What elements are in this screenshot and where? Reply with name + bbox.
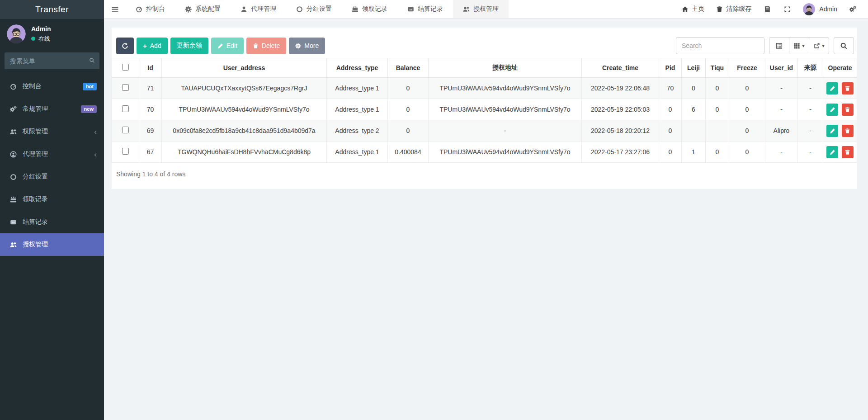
trash-icon [844,85,850,91]
sidebar-item-dividend[interactable]: 分红设置 [0,165,104,188]
update-balance-label: 更新余额 [177,42,202,50]
row-edit-button[interactable] [826,104,838,116]
pencil-icon [830,85,835,91]
tachometer-icon [136,6,142,13]
tab-label: 领取记录 [362,5,387,13]
user-menu[interactable]: Admin [797,3,843,15]
col-operate: Operate [823,58,857,78]
tab-dividend[interactable]: 分红设置 [286,0,342,18]
sidebar-item-label: 授权管理 [23,241,48,249]
fullscreen-button[interactable] [778,6,797,13]
row-delete-button[interactable] [842,82,854,94]
cell-user-id: Alipro [765,120,798,142]
delete-button[interactable]: Delete [246,38,286,54]
cell-pid: 70 [659,78,682,99]
cell-tiqu: 0 [706,78,729,99]
row-checkbox[interactable] [122,127,129,133]
tab-settlement[interactable]: 结算记录 [397,0,453,18]
chevron-left-icon: ‹ [94,151,97,158]
trash-icon [844,149,850,155]
cell-address-type: Address_type 2 [327,120,388,142]
tab-label: 控制台 [146,5,165,13]
clear-cache-link[interactable]: 清除缓存 [710,5,757,13]
sidebar-item-general[interactable]: 常规管理 new [0,98,104,120]
pagination-status: Showing 1 to 4 of 4 rows [116,170,853,178]
row-edit-button[interactable] [826,82,838,94]
gear-icon [849,6,856,13]
user-status-label: 在线 [38,35,50,43]
row-checkbox[interactable] [122,148,129,155]
row-checkbox[interactable] [122,105,129,112]
col-tiqu: Tiqu [706,58,729,78]
row-delete-button[interactable] [842,125,854,137]
more-button[interactable]: More [289,38,325,54]
home-link[interactable]: 主页 [676,5,710,13]
add-button[interactable]: +Add [137,38,168,54]
row-edit-button[interactable] [826,125,838,137]
menu-search-input[interactable] [5,52,99,69]
columns-button[interactable]: ▾ [789,37,809,54]
col-user-address: User_address [162,58,327,78]
col-id: Id [139,58,162,78]
tab-system-config[interactable]: 系统配置 [175,0,231,18]
sidebar-item-dashboard[interactable]: 控制台 hot [0,75,104,98]
update-balance-button[interactable]: 更新余额 [170,38,208,54]
col-source: 来源 [798,58,823,78]
menu-toggle-button[interactable] [104,0,126,18]
more-label: More [304,42,319,49]
language-button[interactable] [757,5,778,13]
online-dot-icon [31,37,35,41]
tab-claims[interactable]: 领取记录 [342,0,397,18]
sidebar-item-agents[interactable]: 代理管理 ‹ [0,143,104,165]
cell-pid: 0 [659,120,682,142]
advanced-search-button[interactable] [834,37,854,54]
sidebar-item-authorization[interactable]: 授权管理 [0,233,104,256]
row-delete-button[interactable] [842,104,854,116]
cogs-icon [9,106,18,113]
cell-freeze: 0 [729,99,765,120]
tab-agents[interactable]: 代理管理 [231,0,286,18]
refresh-button[interactable] [116,38,134,54]
tab-label: 授权管理 [473,5,499,13]
row-edit-button[interactable] [826,146,838,158]
sidebar-user-panel: Admin 在线 [0,19,104,48]
cell-user-id: - [765,78,798,99]
search-icon [89,57,95,65]
tab-dashboard[interactable]: 控制台 [126,0,175,18]
top-navbar: 控制台 系统配置 代理管理 分红设置 领取记录 结算记录 [104,0,868,19]
cell-tiqu [706,120,729,142]
table-search-input[interactable] [676,37,764,54]
trash-icon [844,107,850,113]
delete-label: Delete [262,42,280,49]
cell-leiji: 1 [682,142,706,163]
sidebar-item-label: 权限管理 [23,127,48,136]
export-button[interactable]: ▾ [809,37,829,54]
table-header-row: Id User_address Address_type Balance 授权地… [112,58,857,78]
cell-source: - [798,99,823,120]
row-delete-button[interactable] [842,146,854,158]
cell-address-type: Address_type 1 [327,78,388,99]
sidebar-item-settlement[interactable]: 结算记录 [0,211,104,233]
pencil-icon [217,43,223,49]
cell-user-id: - [765,142,798,163]
cell-operate [823,99,857,120]
tab-authorization[interactable]: 授权管理 [453,0,509,18]
cell-pid: 0 [659,99,682,120]
cell-user-address: TAUAPUCUQxTXaxxytQSs67Eegagcs7RgrJ [162,78,327,99]
toolbar-right: ▾ ▾ [676,37,854,54]
col-user-id: User_id [765,58,798,78]
select-all-checkbox[interactable] [122,64,129,71]
circle-icon [9,174,18,180]
col-create-time: Create_time [582,58,659,78]
sidebar-item-permissions[interactable]: 权限管理 ‹ [0,120,104,143]
settings-button[interactable] [843,6,863,13]
table-row: 71 TAUAPUCUQxTXaxxytQSs67Eegagcs7RgrJ Ad… [112,78,857,99]
sidebar-item-claims[interactable]: 领取记录 [0,188,104,211]
edit-button[interactable]: Edit [211,38,244,54]
toggle-view-button[interactable] [769,37,789,54]
list-icon [776,42,783,49]
row-select-cell [112,142,139,163]
toolbar: +Add 更新余额 Edit Delete More ▾ ▾ [112,37,857,54]
cell-user-address: TGWQNQHu6haiFsDH8hFVvhaCMuCg8d6k8p [162,142,327,163]
row-checkbox[interactable] [122,84,129,91]
